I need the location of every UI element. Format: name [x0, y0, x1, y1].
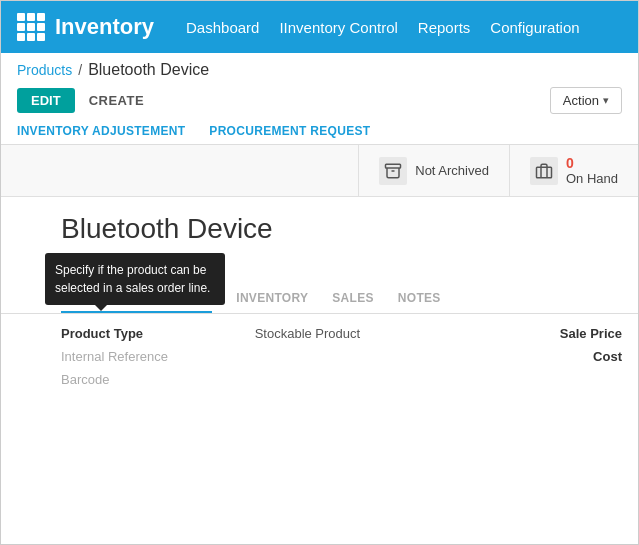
breadcrumb-separator: /	[78, 62, 82, 78]
archived-status-badge[interactable]: Not Archived	[358, 145, 509, 196]
on-hand-count: 0	[566, 155, 618, 171]
on-hand-info: 0 On Hand	[566, 155, 618, 186]
product-title-prefix: Bluetooth	[61, 213, 187, 244]
top-nav: Inventory Dashboard IInventory Control R…	[1, 1, 638, 53]
app-title: Inventory	[55, 14, 154, 40]
cost-label: Cost	[448, 349, 622, 364]
breadcrumb-parent[interactable]: Products	[17, 62, 72, 78]
nav-inventory-control[interactable]: IInventory Control	[279, 19, 397, 36]
nav-configuration[interactable]: Configuration	[490, 19, 579, 36]
archive-icon	[379, 157, 407, 185]
archived-label: Not Archived	[415, 163, 489, 178]
product-type-label: Product Type	[61, 326, 235, 341]
content-area: Not Archived 0 On Hand Bluetooth Device	[1, 145, 638, 544]
sale-price-label: Sale Price	[448, 326, 622, 341]
tooltip: Specify if the product can be selected i…	[45, 253, 225, 305]
on-hand-label: On Hand	[566, 171, 618, 186]
svg-rect-2	[536, 167, 551, 178]
tab-inventory[interactable]: INVENTORY	[236, 285, 308, 313]
warehouse-icon	[530, 157, 558, 185]
action-label: Action	[563, 93, 599, 108]
create-button[interactable]: CREATE	[85, 88, 148, 113]
nav-dashboard[interactable]: Dashboard	[186, 19, 259, 36]
on-hand-badge[interactable]: 0 On Hand	[509, 145, 638, 196]
sub-tabs: INVENTORY ADJUSTEMENT PROCUREMENT REQUES…	[1, 118, 638, 145]
action-bar: EDIT CREATE Action ▾	[1, 83, 638, 118]
chevron-down-icon: ▾	[603, 94, 609, 107]
status-bar: Not Archived 0 On Hand	[1, 145, 638, 197]
action-button[interactable]: Action ▾	[550, 87, 622, 114]
grid-icon	[17, 13, 45, 41]
barcode-label: Barcode	[61, 372, 235, 387]
product-title: Bluetooth Device	[61, 213, 273, 244]
breadcrumb-current: Bluetooth Device	[88, 61, 209, 79]
sub-tab-inventory-adjustment[interactable]: INVENTORY ADJUSTEMENT	[17, 118, 185, 144]
breadcrumb: Products / Bluetooth Device	[1, 53, 638, 83]
internal-ref-label: Internal Reference	[61, 349, 235, 364]
product-title-main: Device	[187, 213, 273, 244]
product-header: Bluetooth Device	[1, 197, 638, 253]
product-fields: Product Type Stockable Product Sale Pric…	[1, 314, 638, 399]
sub-tab-procurement-request[interactable]: PROCUREMENT REQUEST	[209, 118, 370, 144]
app-logo[interactable]: Inventory	[17, 13, 154, 41]
svg-rect-0	[386, 164, 401, 168]
nav-reports[interactable]: Reports	[418, 19, 471, 36]
tab-notes[interactable]: NOTES	[398, 285, 441, 313]
edit-button[interactable]: EDIT	[17, 88, 75, 113]
nav-links: Dashboard IInventory Control Reports Con…	[186, 19, 580, 36]
tooltip-text: Specify if the product can be selected i…	[55, 263, 210, 295]
tab-sales[interactable]: SALES	[332, 285, 374, 313]
product-type-value: Stockable Product	[255, 326, 429, 341]
